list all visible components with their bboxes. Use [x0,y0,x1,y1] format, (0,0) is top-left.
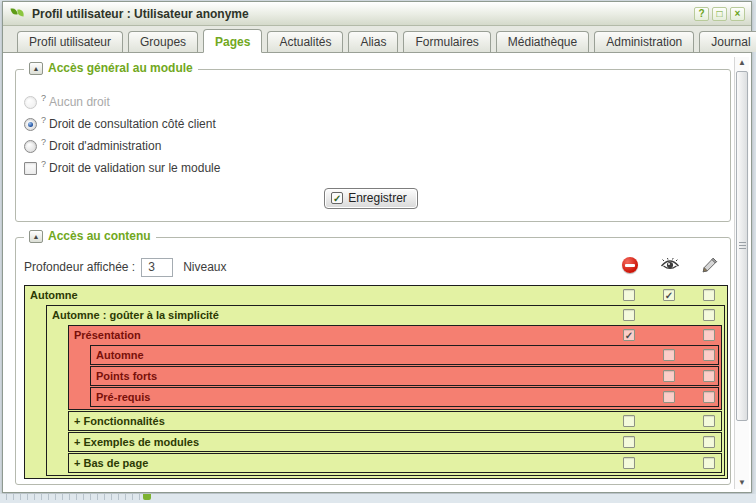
tree-row-label[interactable]: Automne [25,286,727,304]
module-access-options: ?Aucun droit?Droit de consultation côté … [24,91,718,179]
tree-node-exemples-de-modules: + Exemples de modules [68,432,722,452]
radio-droit-de-consultation-cote-client[interactable] [24,118,37,131]
edit-checkbox[interactable] [703,415,715,427]
eye-icon[interactable] [660,257,680,272]
tree-row[interactable]: + Fonctionnalités [69,412,721,430]
view-checkbox[interactable] [663,370,675,382]
tree-children: Automne : goûter à la simplicitéPrésenta… [25,304,727,478]
tree-node-fonctionnalites: + Fonctionnalités [68,411,722,431]
edit-checkbox[interactable] [703,391,715,403]
option-droit-de-validation-sur-le-module[interactable]: ?Droit de validation sur le module [24,157,718,179]
option-label: Droit de consultation côté client [49,117,216,131]
help-button[interactable]: ? [694,7,709,21]
scrollbar-grip-icon [739,242,746,249]
help-marker[interactable]: ? [41,115,46,125]
tree-row[interactable]: Automne✓ [25,286,727,304]
save-check-icon: ✓ [331,192,343,204]
radio-aucun-droit [24,96,37,109]
save-row: ✓ Enregistrer [24,188,718,209]
maximize-button[interactable]: □ [712,7,727,21]
tree-node-pre-requis: Pré-requis [90,387,719,407]
tree-node-automne: Automne [90,345,719,365]
profile-window: Profil utilisateur : Utilisateur anonyme… [2,1,752,493]
option-aucun-droit: ?Aucun droit [24,91,718,113]
content-access-legend: ▲ Accès au contenu [24,229,156,243]
save-button[interactable]: ✓ Enregistrer [324,188,418,209]
module-access-fieldset: ▲ Accès général au module ?Aucun droit?D… [15,69,731,222]
tab-formulaires[interactable]: Formulaires [403,31,490,52]
tree-node-points-forts: Points forts [90,366,719,386]
tree-row-label[interactable]: Automne [91,346,718,364]
option-droit-d-administration[interactable]: ?Droit d'administration [24,135,718,157]
tree-row[interactable]: + Exemples de modules [69,433,721,451]
window-titlebar: Profil utilisateur : Utilisateur anonyme… [3,2,751,26]
tree-row-label[interactable]: Points forts [91,367,718,385]
scroll-down-arrow-icon[interactable]: ▼ [735,477,749,489]
tab-mediatheque[interactable]: Médiathèque [496,31,589,52]
edit-checkbox[interactable] [703,457,715,469]
tree-node-bas-de-page: + Bas de page [68,453,722,473]
tab-pages[interactable]: Pages [203,29,262,53]
tab-bar: Profil utilisateurGroupesPagesActualités… [3,26,751,53]
help-marker[interactable]: ? [41,159,46,169]
pencil-icon[interactable] [702,257,718,273]
tree-row-label[interactable]: Pré-requis [91,388,718,406]
edit-checkbox[interactable] [703,309,715,321]
tree-row[interactable]: Présentation✓ [69,326,721,344]
depth-row: Profondeur affichée : Niveaux [24,254,728,280]
no-access-checkbox[interactable] [623,457,635,469]
edit-checkbox[interactable] [703,289,715,301]
tree-children: AutomnePoints fortsPré-requis [69,344,721,409]
tree-row[interactable]: Automne : goûter à la simplicité [47,306,724,324]
edit-checkbox[interactable] [703,349,715,361]
no-access-checkbox[interactable] [623,309,635,321]
tree-children: Présentation✓AutomnePoints fortsPré-requ… [47,324,724,475]
tab-journal[interactable]: Journal [699,31,756,52]
option-label: Aucun droit [49,95,110,109]
collapse-content-access-button[interactable]: ▲ [29,230,43,243]
tree-row[interactable]: Pré-requis [91,388,718,406]
background-green-marker [143,494,151,500]
tab-groupes[interactable]: Groupes [128,31,198,52]
tab-actualites[interactable]: Actualités [267,31,343,52]
tab-profil-utilisateur[interactable]: Profil utilisateur [17,31,123,52]
no-access-checkbox[interactable] [623,436,635,448]
help-marker[interactable]: ? [41,93,46,103]
minus-circle-icon[interactable] [622,257,638,273]
no-access-checkbox[interactable] [623,415,635,427]
tree-node-presentation: Présentation✓AutomnePoints fortsPré-requ… [68,325,722,410]
depth-input[interactable] [141,258,173,277]
help-marker[interactable]: ? [41,137,46,147]
tree-row[interactable]: Automne [91,346,718,364]
content-access-fieldset: ▲ Accès au contenu Profondeur affichée :… [15,237,731,485]
tree-row[interactable]: + Bas de page [69,454,721,472]
tab-administration[interactable]: Administration [594,31,694,52]
tab-alias[interactable]: Alias [348,31,398,52]
no-access-checkbox[interactable] [623,289,635,301]
window-title: Profil utilisateur : Utilisateur anonyme [32,7,688,21]
view-checkbox[interactable] [663,349,675,361]
scrollbar-thumb[interactable] [736,71,748,421]
view-checkbox[interactable] [663,391,675,403]
scroll-up-arrow-icon[interactable]: ▲ [735,57,749,69]
no-access-checkbox[interactable]: ✓ [623,329,635,341]
edit-checkbox[interactable] [703,329,715,341]
checkbox-droit-de-validation-sur-le-module[interactable] [24,162,37,175]
option-label: Droit d'administration [49,139,161,153]
option-label: Droit de validation sur le module [49,161,220,175]
page-background-strip [0,494,756,503]
tree-row[interactable]: Points forts [91,367,718,385]
collapse-module-access-button[interactable]: ▲ [29,62,43,75]
depth-suffix-label: Niveaux [183,260,226,274]
save-button-label: Enregistrer [348,191,407,205]
option-droit-de-consultation-cote-client[interactable]: ?Droit de consultation côté client [24,113,718,135]
content-area: ▲ Accès général au module ?Aucun droit?D… [3,54,733,490]
close-button[interactable]: × [730,7,745,21]
window-controls: ? □ × [694,7,745,21]
edit-checkbox[interactable] [703,370,715,382]
vertical-scrollbar[interactable]: ▲ ▼ [734,57,749,489]
module-access-legend-text: Accès général au module [48,61,193,75]
edit-checkbox[interactable] [703,436,715,448]
radio-droit-d-administration[interactable] [24,140,37,153]
view-checkbox[interactable]: ✓ [663,289,675,301]
